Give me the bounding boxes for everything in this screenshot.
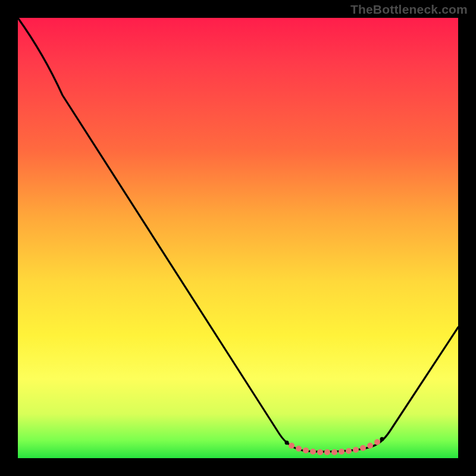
svg-point-3: [310, 449, 316, 455]
svg-point-2: [303, 447, 309, 453]
plot-area: [18, 18, 458, 458]
bottleneck-curve-path: [18, 18, 458, 452]
svg-point-10: [360, 445, 366, 451]
svg-point-0: [289, 443, 295, 449]
trough-end-dot-right: [380, 437, 384, 441]
watermark-text: TheBottleneck.com: [350, 2, 468, 17]
svg-point-11: [367, 443, 373, 449]
svg-point-8: [346, 448, 352, 454]
svg-point-1: [296, 446, 302, 452]
chart-frame: TheBottleneck.com: [0, 0, 476, 476]
svg-point-9: [353, 447, 359, 453]
trough-end-dot-left: [285, 441, 289, 445]
svg-point-6: [331, 449, 337, 455]
svg-point-4: [317, 449, 323, 455]
svg-point-5: [324, 449, 330, 455]
svg-point-7: [339, 449, 345, 455]
svg-point-12: [374, 439, 380, 445]
curve-svg: [18, 18, 458, 458]
